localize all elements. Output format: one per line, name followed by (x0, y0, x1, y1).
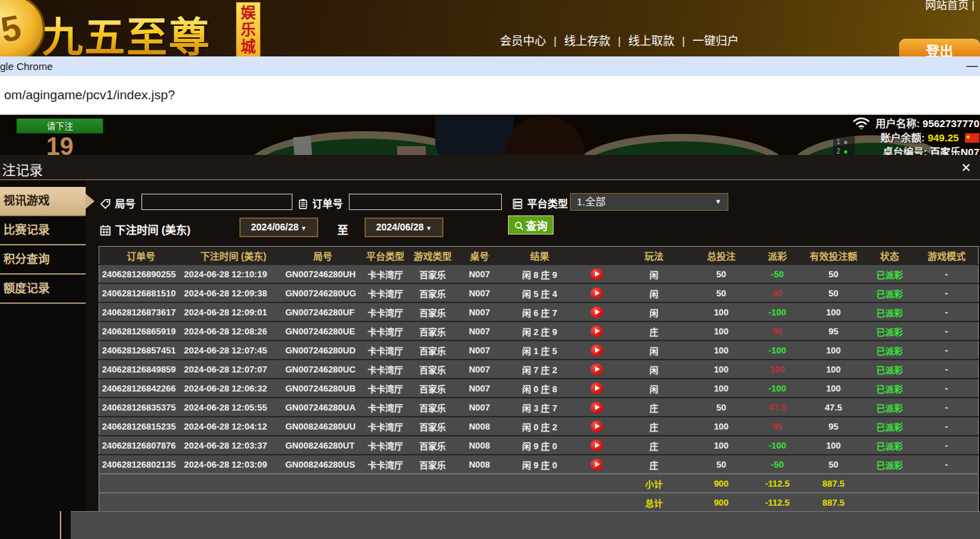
minimize-icon[interactable]: — (966, 59, 978, 73)
cell-time: 2024-06-28 12:09:38 (183, 283, 284, 302)
column-header: 总投注 (691, 247, 752, 265)
cell-time: 2024-06-28 12:05:55 (183, 398, 284, 417)
cell-mode: - (915, 379, 979, 398)
empty-cell (503, 474, 577, 493)
platform-select[interactable]: 1.全部 ▼ (570, 193, 728, 211)
cell-valid: 100 (803, 341, 864, 360)
close-icon[interactable]: ✕ (961, 160, 971, 175)
play-video-icon[interactable] (590, 459, 603, 470)
cell-bet: 庄 (618, 455, 691, 474)
table-row: 2406281268152352024-06-28 12:04:12GN0082… (99, 417, 979, 436)
cell-bet: 闲 (618, 302, 691, 321)
play-video-icon[interactable] (590, 364, 603, 375)
play-video-icon[interactable] (590, 307, 603, 318)
cell-status: 已派彩 (864, 417, 915, 436)
date-from-select[interactable]: 2024/06/28▼ (239, 218, 318, 237)
subtotal-value: 小计 (618, 474, 691, 493)
tag-icon (99, 198, 112, 210)
cell-video (577, 302, 618, 321)
nav-item[interactable]: 一键归户 (692, 35, 739, 48)
user-name-row: 用户名称: 9562737770 (852, 116, 979, 131)
cell-game: 百家乐 (409, 341, 456, 360)
order-input[interactable] (349, 194, 502, 210)
play-video-icon[interactable] (590, 268, 603, 280)
logout-button[interactable]: 登出 (899, 39, 980, 56)
cell-bet: 庄 (618, 417, 691, 436)
cell-video (577, 360, 618, 379)
nav-separator: | (618, 35, 620, 48)
table-row: 2406281268078762024-06-28 12:03:37GN0082… (99, 436, 979, 455)
cell-video (577, 417, 618, 436)
play-video-icon[interactable] (590, 440, 603, 451)
bet-countdown: 19 (16, 133, 103, 156)
cell-order: 240628126865919 (99, 321, 183, 341)
cell-result: 闲 8 庄 9 (503, 264, 577, 283)
seat-number: 2 (837, 147, 841, 155)
cell-payout: 95 (752, 321, 803, 341)
nav-item[interactable]: 线上取款 (628, 35, 675, 48)
nav-item[interactable]: 线上存款 (564, 35, 610, 48)
bet-prompt: 请下注 (16, 118, 103, 134)
chevron-down-icon: ▼ (426, 225, 432, 232)
bet-time-filter-label: 下注时间 (美东) (99, 221, 190, 237)
search-button[interactable]: 查询 (508, 215, 554, 234)
cell-status: 已派彩 (864, 360, 915, 379)
nav-item[interactable]: 会员中心 (500, 35, 546, 48)
subtotal-value: 900 (691, 474, 752, 493)
seat-indicator: 1 2 (833, 136, 855, 156)
cell-payout: -100 (752, 379, 803, 398)
cell-game: 百家乐 (409, 436, 456, 455)
cell-payout: 50 (752, 283, 803, 302)
cell-result: 闲 2 庄 9 (503, 321, 577, 341)
cell-order: 240628126802135 (99, 455, 183, 474)
table-row: 2406281268021352024-06-28 12:03:09GN0082… (99, 455, 979, 474)
column-header: 平台类型 (362, 247, 409, 265)
cell-platform: 卡卡湾厅 (362, 264, 409, 283)
user-name-label: 用户名称: (875, 118, 919, 129)
play-video-icon[interactable] (590, 383, 603, 394)
cell-order: 240628126881510 (99, 283, 183, 302)
play-video-icon[interactable] (590, 345, 603, 356)
play-video-icon[interactable] (590, 421, 603, 432)
column-header: 结果 (503, 247, 577, 265)
seat-number: 1 (837, 138, 841, 145)
table-row: 2406281268815102024-06-28 12:09:38GN0072… (99, 283, 979, 302)
cell-result: 闲 0 庄 2 (503, 417, 577, 436)
date-to-select[interactable]: 2024/06/28▼ (365, 218, 443, 237)
play-video-icon[interactable] (590, 326, 603, 337)
cell-result: 闲 9 庄 0 (503, 436, 577, 455)
balance-row: 账户余额: 949.25 (852, 131, 979, 145)
cell-table_no: N008 (456, 436, 503, 455)
site-logo: 九五至尊 (42, 4, 211, 56)
cell-game: 百家乐 (409, 283, 456, 302)
cell-time: 2024-06-28 12:04:12 (183, 417, 284, 436)
cell-game: 百家乐 (409, 417, 456, 436)
china-flag-icon (965, 133, 979, 143)
cell-platform: 卡卡湾厅 (362, 302, 409, 321)
seat-dot-icon (844, 150, 847, 154)
cell-total: 100 (691, 321, 752, 341)
sidebar-item[interactable]: 比赛记录 (0, 216, 86, 245)
sidebar-item[interactable]: 视讯游戏 (0, 187, 86, 216)
column-header: 游戏类型 (409, 247, 456, 265)
empty-cell (362, 493, 409, 512)
cell-platform: 卡卡湾厅 (362, 379, 409, 398)
cell-result: 闲 1 庄 5 (503, 341, 577, 360)
play-video-icon[interactable] (590, 402, 603, 413)
home-link[interactable]: 网站首页 | (925, 0, 975, 12)
sidebar-item[interactable]: 积分查询 (0, 245, 86, 275)
cell-total: 100 (691, 360, 752, 379)
cell-table_no: N007 (456, 360, 503, 379)
cell-valid: 100 (803, 379, 864, 398)
cell-game: 百家乐 (409, 398, 456, 417)
cell-result: 闲 3 庄 7 (503, 398, 577, 417)
cell-game: 百家乐 (409, 379, 456, 398)
url-text[interactable]: om/agingame/pcv1/index.jsp? (4, 88, 175, 103)
play-video-icon[interactable] (590, 288, 603, 299)
platform-list-icon (511, 198, 524, 210)
sidebar-item[interactable]: 额度记录 (0, 275, 86, 304)
cell-payout: 47.5 (752, 398, 803, 417)
cell-total: 50 (691, 398, 752, 417)
round-input[interactable] (141, 194, 292, 210)
cell-payout: -100 (752, 302, 803, 321)
